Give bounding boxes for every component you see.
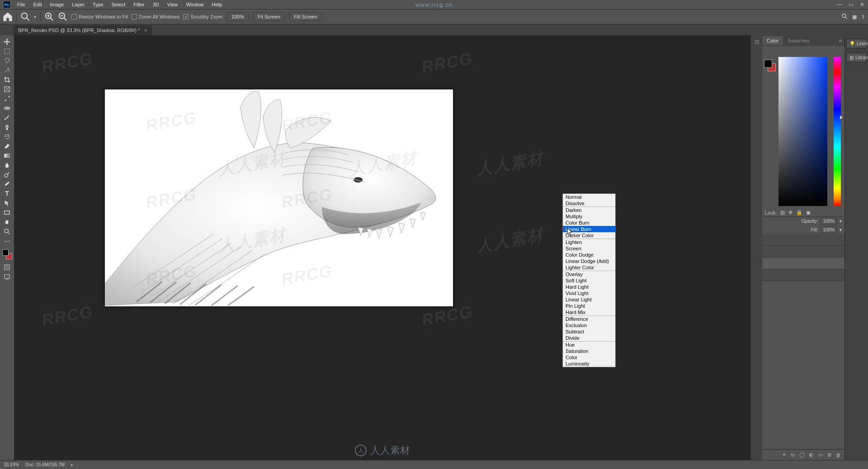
blend-mode-option[interactable]: Hue bbox=[563, 342, 615, 348]
opt-fill-screen[interactable]: Fill Screen bbox=[289, 12, 322, 21]
screen-mode-icon[interactable] bbox=[1, 272, 13, 281]
menu-3d[interactable]: 3D bbox=[149, 1, 163, 8]
blend-mode-option[interactable]: Multiply bbox=[563, 213, 615, 220]
status-doc-size[interactable]: Doc: 15.6M/155.7M bbox=[25, 462, 65, 467]
lasso-tool-icon[interactable] bbox=[1, 56, 13, 65]
canvas-area[interactable]: RRCG RRCG RRCG RRCG RRCG RRCG 人人素材 人人素材 … bbox=[14, 35, 750, 460]
menu-layer[interactable]: Layer bbox=[68, 1, 88, 8]
blend-mode-option[interactable]: Pin Light bbox=[563, 303, 615, 309]
blend-mode-option[interactable]: Color Dodge bbox=[563, 252, 615, 258]
lock-pixels-icon[interactable]: ▨ bbox=[780, 210, 785, 216]
move-tool-icon[interactable] bbox=[1, 37, 13, 46]
menu-file[interactable]: File bbox=[14, 1, 29, 8]
chevron-down-icon[interactable]: ▾ bbox=[34, 14, 37, 20]
layer-row[interactable] bbox=[762, 246, 844, 258]
menu-help[interactable]: Help bbox=[208, 1, 226, 8]
delete-layer-icon[interactable]: 🗑 bbox=[836, 452, 841, 458]
history-brush-tool-icon[interactable] bbox=[1, 132, 13, 141]
layer-row[interactable] bbox=[762, 269, 844, 281]
blend-mode-option[interactable]: Darker Color bbox=[563, 232, 615, 239]
healing-brush-tool-icon[interactable] bbox=[1, 103, 13, 113]
blend-mode-option[interactable]: Overlay bbox=[563, 271, 615, 277]
edit-toolbar-icon[interactable]: ⋯ bbox=[1, 236, 13, 245]
pen-tool-icon[interactable] bbox=[1, 179, 13, 188]
opacity-value[interactable]: 100% bbox=[821, 218, 837, 225]
libraries-button[interactable]: ▥ Libraries bbox=[846, 53, 867, 62]
artboard-icon[interactable]: ▣ bbox=[806, 210, 811, 216]
layer-fx-icon[interactable]: fx bbox=[791, 452, 795, 458]
lock-position-icon[interactable]: ✥ bbox=[788, 210, 793, 216]
opacity-chevron-icon[interactable]: ▾ bbox=[840, 219, 842, 224]
blend-mode-dropdown[interactable]: NormalDissolveDarkenMultiplyColor BurnLi… bbox=[562, 193, 616, 367]
hue-slider-strip[interactable] bbox=[834, 57, 841, 206]
blend-mode-option[interactable]: Luminosity bbox=[563, 361, 615, 367]
blend-mode-option[interactable]: Linear Burn bbox=[563, 226, 615, 232]
menu-window[interactable]: Window bbox=[182, 1, 207, 8]
blend-mode-option[interactable]: Color Burn bbox=[563, 220, 615, 226]
eyedropper-tool-icon[interactable] bbox=[1, 94, 13, 103]
gradient-tool-icon[interactable] bbox=[1, 151, 13, 160]
blend-mode-option[interactable]: Dissolve bbox=[563, 200, 615, 206]
blur-tool-icon[interactable] bbox=[1, 160, 13, 169]
blend-mode-option[interactable]: Difference bbox=[563, 316, 615, 322]
dodge-tool-icon[interactable] bbox=[1, 170, 13, 179]
blend-mode-option[interactable]: Normal bbox=[563, 194, 615, 200]
blend-mode-option[interactable]: Linear Dodge (Add) bbox=[563, 258, 615, 264]
blend-mode-option[interactable]: Color bbox=[563, 354, 615, 361]
new-layer-icon[interactable]: ⊞ bbox=[827, 452, 831, 458]
panel-menu-icon[interactable]: ≡ bbox=[839, 38, 842, 43]
opt-zoom-100[interactable]: 100% bbox=[226, 12, 249, 21]
marquee-tool-icon[interactable] bbox=[1, 47, 13, 56]
menu-filter[interactable]: Filter bbox=[130, 1, 148, 8]
home-icon[interactable] bbox=[3, 12, 13, 22]
brush-tool-icon[interactable] bbox=[1, 113, 13, 122]
close-icon[interactable]: ✕ bbox=[860, 1, 864, 8]
clone-stamp-tool-icon[interactable] bbox=[1, 122, 13, 131]
type-tool-icon[interactable]: T bbox=[1, 189, 13, 198]
opt-resize-windows[interactable]: Resize Windows to Fit bbox=[71, 14, 128, 19]
blend-mode-option[interactable]: Hard Mix bbox=[563, 309, 615, 315]
menu-image[interactable]: Image bbox=[47, 1, 68, 8]
hue-slider-handle[interactable] bbox=[840, 116, 843, 119]
opt-scrubby-zoom[interactable]: Scrubby Zoom bbox=[183, 14, 223, 19]
foreground-color-swatch[interactable] bbox=[2, 249, 9, 256]
blend-mode-option[interactable]: Hard Light bbox=[563, 284, 615, 290]
layer-row[interactable] bbox=[762, 234, 844, 246]
learn-button[interactable]: 💡 Learn bbox=[846, 39, 867, 48]
blend-mode-option[interactable]: Vivid Light bbox=[563, 290, 615, 296]
status-chevron-icon[interactable]: ▸ bbox=[71, 462, 73, 467]
blend-mode-option[interactable]: Lighten bbox=[563, 239, 615, 245]
hand-tool-icon[interactable] bbox=[1, 217, 13, 226]
blend-mode-option[interactable]: Screen bbox=[563, 245, 615, 252]
layer-group-icon[interactable]: ▭ bbox=[818, 452, 823, 458]
lock-all-icon[interactable]: 🔒 bbox=[796, 210, 802, 216]
crop-tool-icon[interactable] bbox=[1, 75, 13, 84]
rectangle-tool-icon[interactable] bbox=[1, 208, 13, 217]
document-tab[interactable]: BPR_Render.PSD @ 33.3% (BPR_Shadow, RGB/… bbox=[14, 25, 152, 35]
zoom-in-icon[interactable] bbox=[44, 12, 54, 22]
workspace-icon[interactable]: ▦ bbox=[852, 14, 857, 20]
search-icon[interactable] bbox=[841, 13, 848, 20]
opt-fit-screen[interactable]: Fit Screen bbox=[253, 12, 285, 21]
color-field-picker[interactable] bbox=[778, 57, 827, 206]
layer-mask-icon[interactable]: ◯ bbox=[799, 452, 805, 458]
fill-value[interactable]: 100% bbox=[821, 226, 837, 233]
menu-select[interactable]: Select bbox=[108, 1, 129, 8]
foreground-background-colors[interactable] bbox=[2, 249, 12, 259]
blend-mode-option[interactable]: Darken bbox=[563, 207, 615, 213]
blend-mode-option[interactable]: Soft Light bbox=[563, 277, 615, 284]
zoom-out-icon[interactable] bbox=[58, 12, 68, 22]
fill-chevron-icon[interactable]: ▾ bbox=[840, 227, 842, 232]
link-layers-icon[interactable]: ⚭ bbox=[782, 452, 786, 458]
color-panel-fg-swatch[interactable] bbox=[764, 60, 772, 68]
menu-view[interactable]: View bbox=[164, 1, 182, 8]
blend-mode-option[interactable]: Lighter Color bbox=[563, 264, 615, 271]
zoom-tool-toolbar-icon[interactable] bbox=[1, 227, 13, 236]
tab-color[interactable]: Color bbox=[762, 36, 783, 45]
menu-edit[interactable]: Edit bbox=[30, 1, 46, 8]
blend-mode-option[interactable]: Subtract bbox=[563, 328, 615, 335]
tab-swatches[interactable]: Swatches bbox=[783, 36, 814, 45]
history-panel-icon[interactable]: ◫ bbox=[755, 39, 759, 45]
magic-wand-tool-icon[interactable] bbox=[1, 66, 13, 75]
path-selection-tool-icon[interactable] bbox=[1, 198, 13, 207]
